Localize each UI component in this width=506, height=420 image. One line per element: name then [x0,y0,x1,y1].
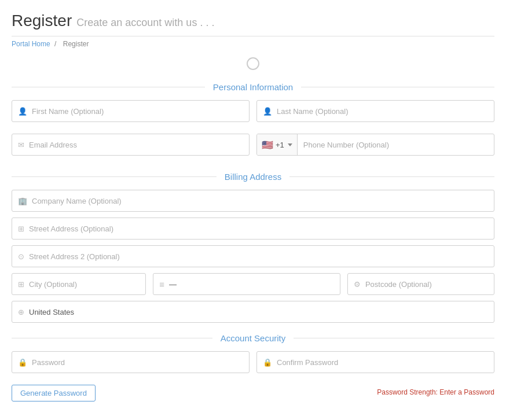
state-select-wrapper [153,273,340,295]
phone-group: 🇺🇸 +1 [256,134,494,156]
generate-password-button[interactable]: Generate Password [12,385,96,401]
building-icon [18,197,27,205]
city-icon [18,280,24,289]
confirm-password-input-wrapper [256,351,494,373]
page-header: RegisterCreate an account with us . . . [12,12,494,36]
person-icon [18,107,27,116]
country-wrapper [12,301,494,323]
password-group [12,351,250,373]
gear-icon [354,280,361,289]
city-input[interactable] [29,280,140,289]
breadcrumb: Portal Home / Register [12,40,494,48]
company-name-input-wrapper [12,190,494,212]
postcode-wrapper [347,273,494,295]
us-flag-icon: 🇺🇸 [262,139,273,150]
page-title: RegisterCreate an account with us . . . [12,12,494,30]
city-state-postcode-row [12,273,494,295]
password-bottom-row: Generate Password Password Strength: Ent… [12,385,494,405]
last-name-input[interactable] [277,107,488,116]
company-name-input[interactable] [32,197,488,205]
lock-icon-2 [263,358,272,367]
street-address-group [12,218,494,240]
phone-code: +1 [276,141,284,149]
filter-icon [159,279,164,289]
state-input[interactable] [169,280,334,289]
personal-info-title: Personal Information [205,82,301,92]
first-name-input-wrapper [12,100,250,122]
lock-icon [18,358,27,367]
city-input-wrapper [12,273,146,295]
generate-password-container: Generate Password [12,385,96,405]
personal-info-section-divider: Personal Information [12,82,494,92]
company-name-group [12,190,494,212]
password-strength-container: Password Strength: Enter a Password [102,385,494,396]
page-container: RegisterCreate an account with us . . . … [0,0,506,420]
password-input[interactable] [32,358,243,367]
confirm-password-group [256,351,494,373]
email-input[interactable] [29,141,243,149]
city-group [12,273,146,295]
phone-input-wrapper [298,134,494,155]
postcode-input[interactable] [365,280,488,289]
billing-address-title: Billing Address [217,172,289,182]
first-name-input[interactable] [32,107,243,116]
email-icon [18,141,24,149]
street-address2-input[interactable] [29,252,488,261]
confirm-password-input[interactable] [277,358,488,367]
street-address-input-wrapper [12,218,494,240]
account-security-section-divider: Account Security [12,333,494,343]
spinner-circle [247,57,259,70]
email-input-wrapper [12,134,250,156]
last-name-group [256,100,494,122]
first-name-group [12,100,250,122]
breadcrumb-separator: / [54,40,56,48]
phone-input[interactable] [303,141,488,149]
street-address2-input-wrapper [12,245,494,267]
email-phone-row: 🇺🇸 +1 [12,134,494,161]
phone-flag-select[interactable]: 🇺🇸 +1 [257,134,298,155]
pin-icon [18,252,24,261]
password-strength-text: Password Strength: Enter a Password [102,388,494,396]
password-input-wrapper [12,351,250,373]
billing-address-section-divider: Billing Address [12,172,494,182]
email-group [12,134,250,156]
street-address-input[interactable] [29,224,488,233]
street-icon [18,224,24,233]
breadcrumb-home-link[interactable]: Portal Home [12,40,50,48]
phone-row: 🇺🇸 +1 [256,134,494,156]
person-icon-2 [263,107,272,116]
street-address2-group [12,245,494,267]
name-row [12,100,494,128]
globe-icon [18,308,24,316]
country-input[interactable] [29,308,488,316]
breadcrumb-current: Register [63,40,89,48]
password-row [12,351,494,379]
account-security-title: Account Security [212,333,294,343]
loading-spinner [12,57,494,72]
chevron-down-icon [288,143,292,146]
last-name-input-wrapper [256,100,494,122]
